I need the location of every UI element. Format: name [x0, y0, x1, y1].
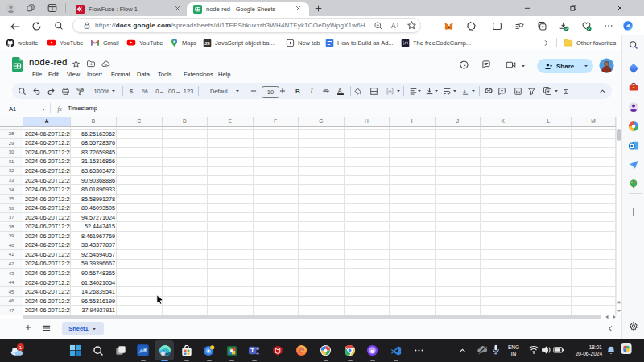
caret-down-icon[interactable] — [469, 83, 477, 99]
cell-G29[interactable] — [299, 139, 345, 149]
cell-J46[interactable] — [436, 297, 481, 306]
cell-F43[interactable] — [254, 269, 299, 278]
cell-I36[interactable] — [390, 204, 436, 213]
cell-A43[interactable]: 2024-06-20T12:25 — [23, 269, 71, 278]
cell-I41[interactable] — [390, 250, 436, 260]
sidebar-toolbox-icon[interactable] — [628, 82, 639, 93]
cell-H30[interactable] — [345, 148, 390, 158]
share-caret-icon[interactable] — [583, 63, 589, 69]
paint-format-icon[interactable] — [74, 83, 85, 99]
row-number[interactable]: 44 — [0, 278, 23, 288]
cell-E38[interactable] — [208, 223, 254, 232]
column-header-F[interactable]: F — [254, 117, 299, 127]
cell-H45[interactable] — [345, 287, 390, 297]
cell-M42[interactable] — [572, 260, 616, 269]
cell-E46[interactable] — [208, 297, 254, 306]
cell-H31[interactable] — [345, 158, 390, 167]
column-header-H[interactable]: H — [345, 117, 390, 127]
cell-B32[interactable]: 63.63303472 — [71, 167, 117, 176]
teams-app-icon[interactable]: T — [246, 342, 262, 359]
undo-icon[interactable] — [31, 83, 42, 99]
cell-A44[interactable]: 2024-06-20T12:25 — [23, 278, 71, 288]
bold-icon[interactable]: B — [292, 83, 303, 99]
language-indicator[interactable]: ENGIN — [506, 344, 522, 356]
cell-L44[interactable] — [526, 278, 572, 288]
notification-bell-icon[interactable] — [606, 345, 616, 356]
cell-G42[interactable] — [299, 260, 345, 269]
cell-H35[interactable] — [345, 195, 390, 204]
cell-I28[interactable] — [390, 130, 436, 139]
cloud-status-icon[interactable] — [101, 60, 111, 68]
cell-A45[interactable]: 2024-06-20T12:25 — [23, 287, 71, 297]
cell-G43[interactable] — [299, 269, 345, 278]
cell-G35[interactable] — [299, 195, 345, 204]
cell-A34[interactable]: 2024-06-20T12:25 — [23, 185, 71, 195]
cell-J29[interactable] — [436, 139, 481, 149]
cell-K35[interactable] — [481, 195, 526, 204]
cell-M30[interactable] — [572, 148, 616, 158]
cell-A35[interactable]: 2024-06-20T12:25 — [23, 195, 71, 204]
column-header-I[interactable]: I — [390, 117, 436, 127]
cell-M29[interactable] — [572, 139, 616, 149]
row-number[interactable]: 35 — [0, 195, 23, 204]
cell-D40[interactable] — [163, 241, 208, 251]
microsoft-store-icon[interactable] — [178, 342, 195, 359]
column-header-L[interactable]: L — [526, 117, 572, 127]
cell-J42[interactable] — [436, 260, 481, 269]
cell-D41[interactable] — [163, 250, 208, 260]
cell-I45[interactable] — [390, 287, 436, 297]
toolbar-collapse-icon[interactable] — [597, 83, 608, 99]
cell-C28[interactable] — [117, 130, 163, 139]
cell-L38[interactable] — [526, 223, 572, 232]
row-number[interactable]: 37 — [0, 213, 23, 223]
cell-J33[interactable] — [436, 176, 481, 186]
cell-D38[interactable] — [163, 223, 208, 232]
cell-I29[interactable] — [390, 139, 436, 149]
cell-L41[interactable] — [526, 250, 572, 260]
cell-I30[interactable] — [390, 148, 436, 158]
cell-L36[interactable] — [526, 204, 572, 213]
meet-camera-icon[interactable] — [506, 60, 516, 70]
cell-K28[interactable] — [481, 130, 526, 139]
sidebar-discover-icon[interactable] — [628, 121, 639, 132]
cell-G44[interactable] — [299, 278, 345, 288]
onedrive-icon[interactable] — [477, 345, 489, 355]
print-icon[interactable] — [60, 83, 71, 99]
cell-K30[interactable] — [481, 148, 526, 158]
cell-H32[interactable] — [345, 167, 390, 176]
cell-G30[interactable] — [299, 148, 345, 158]
column-header-J[interactable]: J — [436, 117, 481, 127]
formula-input[interactable]: Timestamp — [68, 104, 97, 113]
cell-E41[interactable] — [208, 250, 254, 260]
cell-F29[interactable] — [254, 139, 299, 149]
spreadsheet-grid[interactable]: ABCDEFGHIJKLM 282024-06-20T12:2566.25163… — [0, 117, 616, 319]
insert-link-icon[interactable] — [483, 83, 494, 99]
cell-M33[interactable] — [572, 176, 616, 186]
cell-J41[interactable] — [436, 250, 481, 260]
cell-B35[interactable]: 85.58991278 — [71, 195, 117, 204]
cell-I37[interactable] — [390, 213, 436, 223]
sidebar-designer-icon[interactable] — [628, 179, 639, 190]
row-number[interactable]: 42 — [0, 260, 23, 269]
vertical-scrollbar-thumb[interactable] — [617, 129, 621, 141]
cell-J36[interactable] — [436, 204, 481, 213]
decrease-decimals-icon[interactable]: .0← — [154, 83, 165, 99]
wifi-icon[interactable] — [528, 345, 539, 354]
cell-J39[interactable] — [436, 232, 481, 241]
cell-I43[interactable] — [390, 269, 436, 278]
sidebar-shopping-icon[interactable] — [628, 63, 639, 74]
cell-B28[interactable]: 66.25163962 — [71, 130, 117, 139]
column-header-G[interactable]: G — [299, 117, 345, 127]
account-avatar[interactable] — [599, 58, 614, 73]
cell-C40[interactable] — [117, 241, 163, 251]
column-header-M[interactable]: M — [572, 117, 616, 127]
cell-B33[interactable]: 90.90368886 — [71, 176, 117, 186]
cell-C43[interactable] — [117, 269, 163, 278]
column-header-B[interactable]: B — [71, 117, 117, 127]
cell-F31[interactable] — [254, 158, 299, 167]
cell-E43[interactable] — [208, 269, 254, 278]
cell-M28[interactable] — [572, 130, 616, 139]
cell-A42[interactable]: 2024-06-20T12:25 — [23, 260, 71, 269]
cell-E45[interactable] — [208, 287, 254, 297]
photos-app-icon[interactable] — [223, 342, 240, 359]
